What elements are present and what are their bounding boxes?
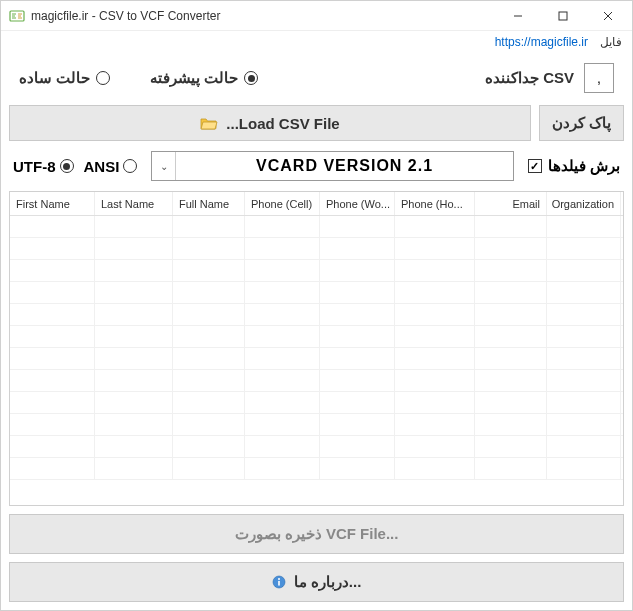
encoding-group: UTF-8 ANSI	[13, 158, 137, 175]
window-title: magicfile.ir - CSV to VCF Converter	[31, 9, 495, 23]
mode-advanced-label: حالت پیشرفته	[150, 69, 238, 87]
column-header[interactable]: Last Name	[95, 192, 173, 215]
column-header[interactable]: Phone (Wo...	[320, 192, 395, 215]
save-button-label: ذخیره بصورت VCF File...	[235, 525, 399, 543]
load-csv-button[interactable]: ...Load CSV File	[9, 105, 531, 141]
column-header[interactable]: Email	[475, 192, 547, 215]
checkbox-icon: ✓	[528, 159, 542, 173]
table-row	[10, 392, 623, 414]
svg-rect-1	[559, 12, 567, 20]
mode-simple-radio[interactable]: حالت ساده	[19, 69, 110, 87]
folder-open-icon	[200, 116, 218, 130]
about-button[interactable]: درباره ما...	[9, 562, 624, 602]
app-icon	[9, 8, 25, 24]
separator-label: جداکننده CSV	[485, 69, 574, 87]
radio-icon	[60, 159, 74, 173]
ansi-label: ANSI	[84, 158, 120, 175]
clear-button-label: پاک کردن	[552, 114, 611, 132]
column-header[interactable]: Full Name	[173, 192, 245, 215]
svg-point-3	[278, 578, 280, 580]
about-button-label: درباره ما...	[294, 573, 362, 591]
radio-icon	[96, 71, 110, 85]
info-icon	[272, 575, 286, 589]
svg-rect-4	[278, 581, 280, 586]
table-row	[10, 282, 623, 304]
table-row	[10, 370, 623, 392]
titlebar: magicfile.ir - CSV to VCF Converter	[1, 1, 632, 31]
radio-icon	[123, 159, 137, 173]
options-row: UTF-8 ANSI ⌄ VCARD VERSION 2.1 ✓ برش فیل…	[9, 149, 624, 183]
utf8-label: UTF-8	[13, 158, 56, 175]
chevron-down-icon: ⌄	[152, 152, 176, 180]
mode-simple-label: حالت ساده	[19, 69, 90, 87]
data-table: First NameLast NameFull NamePhone (Cell)…	[9, 191, 624, 506]
app-window: magicfile.ir - CSV to VCF Converter http…	[0, 0, 633, 611]
table-row	[10, 436, 623, 458]
encoding-ansi-radio[interactable]: ANSI	[84, 158, 138, 175]
column-header[interactable]: First Name	[10, 192, 95, 215]
window-controls	[495, 1, 630, 30]
mode-radio-group: حالت ساده حالت پیشرفته	[19, 69, 258, 87]
maximize-button[interactable]	[540, 1, 585, 30]
mode-advanced-radio[interactable]: حالت پیشرفته	[150, 69, 258, 87]
table-row	[10, 414, 623, 436]
load-button-label: ...Load CSV File	[226, 115, 339, 132]
vcard-version-select[interactable]: ⌄ VCARD VERSION 2.1	[151, 151, 513, 181]
table-row	[10, 260, 623, 282]
separator-input[interactable]	[584, 63, 614, 93]
trim-label: برش فیلدها	[548, 157, 620, 175]
column-header[interactable]: Phone (Ho...	[395, 192, 475, 215]
content-area: حالت ساده حالت پیشرفته جداکننده CSV	[1, 53, 632, 610]
close-button[interactable]	[585, 1, 630, 30]
website-link[interactable]: https://magicfile.ir	[495, 35, 588, 49]
menubar: https://magicfile.ir فایل	[1, 31, 632, 53]
load-row: ...Load CSV File پاک کردن	[9, 105, 624, 141]
trim-fields-checkbox[interactable]: ✓ برش فیلدها	[528, 157, 620, 175]
minimize-button[interactable]	[495, 1, 540, 30]
column-header[interactable]: Phone (Cell)	[245, 192, 320, 215]
separator-group: جداکننده CSV	[485, 63, 614, 93]
table-row	[10, 238, 623, 260]
radio-icon	[244, 71, 258, 85]
mode-row: حالت ساده حالت پیشرفته جداکننده CSV	[9, 59, 624, 97]
bottom-buttons: ذخیره بصورت VCF File... درباره ما...	[9, 514, 624, 602]
table-row	[10, 458, 623, 480]
clear-button[interactable]: پاک کردن	[539, 105, 624, 141]
table-row	[10, 304, 623, 326]
table-header: First NameLast NameFull NamePhone (Cell)…	[10, 192, 623, 216]
version-value: VCARD VERSION 2.1	[176, 157, 512, 175]
table-row	[10, 348, 623, 370]
table-row	[10, 326, 623, 348]
file-menu[interactable]: فایل	[600, 35, 622, 49]
table-body	[10, 216, 623, 505]
encoding-utf8-radio[interactable]: UTF-8	[13, 158, 74, 175]
column-header[interactable]: Organization	[547, 192, 621, 215]
save-vcf-button[interactable]: ذخیره بصورت VCF File...	[9, 514, 624, 554]
table-row	[10, 216, 623, 238]
